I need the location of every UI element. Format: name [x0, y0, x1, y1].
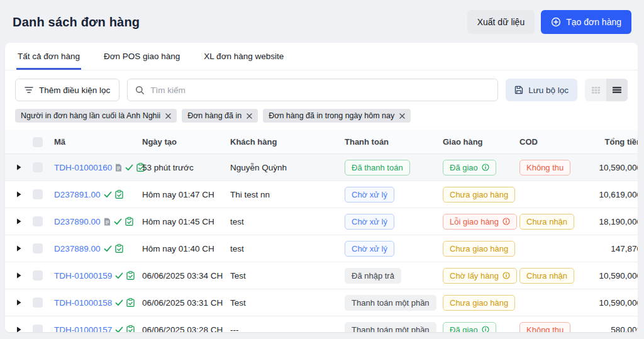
cod-status-badge: Không thu: [519, 322, 570, 333]
filter-row: Thêm điều kiện lọc Lưu bộ lọc: [5, 70, 638, 105]
shipping-status-badge: Chưa giao hàng: [443, 295, 515, 311]
shipping-status-badge: Lỗi giao hàng: [443, 214, 517, 230]
expand-row-button[interactable]: [16, 272, 21, 279]
row-checkbox[interactable]: [33, 325, 43, 332]
close-icon[interactable]: [399, 113, 405, 119]
page-title: Danh sách đơn hàng: [13, 15, 140, 30]
chip-label: Đơn hàng đã in: [187, 111, 242, 120]
info-circle-icon: [502, 218, 510, 225]
plus-circle-icon: [551, 17, 561, 27]
order-code-link[interactable]: D237890.00: [54, 217, 101, 226]
tab-label: Đơn POS giao hàng: [104, 52, 180, 61]
filter-chip: Đơn hàng đã in trong ngày hôm nay: [263, 109, 411, 123]
expand-row-button[interactable]: [16, 245, 21, 252]
order-created: Hôm nay 01:47 CH: [142, 190, 230, 199]
expand-row-button[interactable]: [16, 191, 21, 197]
close-icon[interactable]: [165, 113, 171, 119]
order-created: 06/06/2025 03:28 CH: [142, 325, 230, 333]
payment-status-badge: Thanh toán một phần: [345, 322, 436, 333]
filter-chip: Đơn hàng đã in: [182, 109, 258, 123]
table-row: TDH-01000159 06/06/2025 03:34 CH Test Đã…: [5, 262, 638, 289]
order-code-link[interactable]: TDH-01000158: [54, 298, 112, 308]
order-total: 147,870: [585, 244, 638, 253]
create-order-label: Tạo đơn hàng: [566, 17, 621, 27]
order-code-link[interactable]: TDH-01000160: [54, 163, 112, 172]
col-created: Ngày tạo: [142, 137, 230, 147]
check-icon: [115, 326, 123, 333]
add-filter-label: Thêm điều kiện lọc: [39, 86, 110, 95]
payment-status-badge: Chờ xử lý: [345, 214, 394, 230]
order-code-link[interactable]: D237889.00: [54, 244, 101, 253]
row-checkbox[interactable]: [33, 270, 43, 281]
order-created: 53 phút trước: [142, 163, 230, 172]
clipboard-check-icon: [115, 244, 123, 253]
search-input[interactable]: [150, 86, 490, 95]
order-customer: Test: [230, 271, 345, 281]
select-all-checkbox[interactable]: [33, 137, 43, 147]
check-icon: [125, 164, 133, 171]
grid-view-icon: [592, 87, 600, 94]
row-checkbox[interactable]: [33, 216, 43, 226]
row-checkbox[interactable]: [33, 162, 43, 172]
save-filter-label: Lưu bộ lọc: [528, 86, 569, 95]
rows-view-button[interactable]: [606, 79, 628, 101]
col-cod: COD: [519, 137, 585, 147]
shipping-status-badge: Chưa giao hàng: [443, 241, 515, 257]
order-created: Hôm nay 01:40 CH: [142, 244, 230, 253]
table-row: TDH-01000158 06/06/2025 03:31 CH Test Th…: [5, 289, 638, 316]
col-payment: Thanh toán: [345, 137, 443, 147]
clipboard-check-icon: [126, 271, 135, 280]
order-total: 10,590,000: [585, 163, 638, 172]
order-customer: ---: [230, 325, 345, 333]
expand-row-button[interactable]: [16, 164, 21, 170]
table-row: TDH-01000160 53 phút trước Nguyễn Quỳnh …: [5, 154, 638, 181]
rows-view-icon: [613, 87, 621, 93]
expand-row-button[interactable]: [16, 299, 21, 306]
order-total: 10,590,000: [585, 298, 638, 308]
order-customer: Test: [230, 298, 345, 308]
cod-status-badge: Không thu: [519, 160, 570, 175]
clipboard-check-icon: [125, 217, 133, 226]
order-customer: test: [230, 217, 345, 226]
order-code-link[interactable]: TDH-01000157: [54, 325, 112, 333]
add-filter-button[interactable]: Thêm điều kiện lọc: [15, 79, 119, 101]
order-customer: test: [230, 244, 345, 253]
payment-status-badge: Chờ xử lý: [345, 187, 394, 203]
shipping-status-badge: Chờ lấy hàng: [443, 268, 517, 284]
order-code-link[interactable]: D237891.00: [54, 190, 101, 199]
info-circle-icon: [482, 164, 489, 171]
col-code: Mã: [54, 137, 142, 147]
order-code-link[interactable]: TDH-01000159: [54, 271, 112, 281]
page-header: Danh sách đơn hàng Xuất dữ liệu Tạo đơn …: [0, 0, 644, 43]
tab-all-orders[interactable]: Tất cả đơn hàng: [16, 43, 81, 70]
export-data-label: Xuất dữ liệu: [477, 17, 525, 27]
header-checkbox-cell: [33, 137, 54, 147]
tab-label: Tất cả đơn hàng: [18, 52, 80, 61]
tab-website-orders[interactable]: XL đơn hàng website: [203, 43, 285, 70]
expand-row-button[interactable]: [16, 326, 21, 332]
row-checkbox[interactable]: [33, 297, 43, 308]
close-icon[interactable]: [247, 113, 252, 119]
order-created: 06/06/2025 03:31 CH: [142, 298, 230, 308]
row-checkbox[interactable]: [33, 189, 43, 199]
table-body: TDH-01000160 53 phút trước Nguyễn Quỳnh …: [5, 154, 638, 332]
expand-row-button[interactable]: [16, 218, 21, 225]
chip-label: Đơn hàng đã in trong ngày hôm nay: [269, 111, 394, 120]
tab-pos-delivery[interactable]: Đơn POS giao hàng: [103, 43, 181, 70]
info-circle-icon: [482, 326, 489, 332]
filter-chips: Người in đơn hàng lần cuối là Anh Nghii …: [5, 105, 638, 130]
filter-chip: Người in đơn hàng lần cuối là Anh Nghii: [15, 109, 177, 123]
export-data-button[interactable]: Xuất dữ liệu: [467, 10, 535, 34]
payment-status-badge: Đã nhập trả: [345, 268, 401, 284]
save-filter-button[interactable]: Lưu bộ lọc: [506, 79, 577, 101]
create-order-button[interactable]: Tạo đơn hàng: [541, 10, 631, 34]
check-icon: [104, 245, 112, 252]
shipping-status-badge: Đã giao: [443, 160, 496, 175]
row-checkbox[interactable]: [33, 243, 43, 253]
clipboard-check-icon: [115, 190, 123, 199]
table-row: D237891.00 Hôm nay 01:47 CH Thi test nn …: [5, 181, 638, 208]
col-total: Tổng tiền: [585, 137, 638, 147]
check-icon: [115, 299, 123, 306]
shipping-status-badge: Đã giao: [443, 322, 496, 333]
grid-view-button[interactable]: [585, 79, 606, 101]
